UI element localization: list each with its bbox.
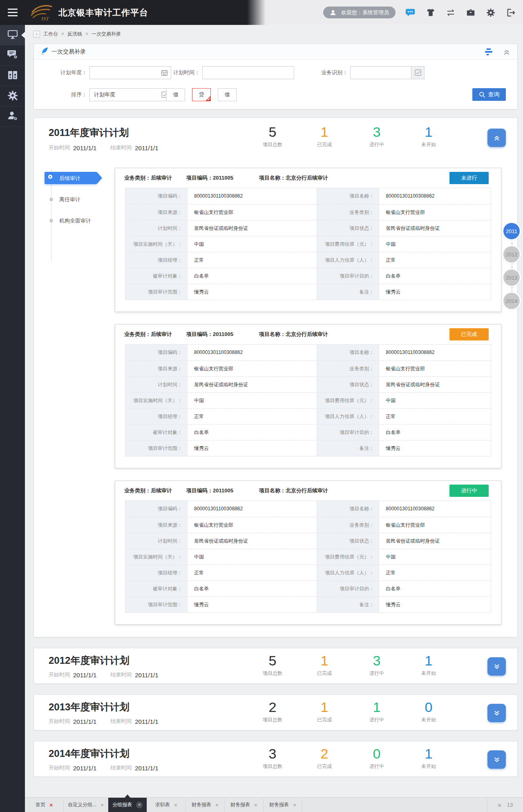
sidebar-item-archives[interactable] bbox=[0, 66, 25, 86]
close-icon[interactable]: × bbox=[215, 802, 219, 808]
expand-year-button[interactable] bbox=[487, 750, 506, 769]
tab-follow-up-audit[interactable]: 后续审计 bbox=[34, 168, 115, 189]
sort-input[interactable] bbox=[90, 89, 171, 101]
sidebar-item-user-admin[interactable] bbox=[0, 107, 25, 127]
stat-not-started-value: 1 bbox=[404, 652, 453, 669]
field-label: 项目状态： bbox=[317, 220, 379, 236]
tab-label: 求职表 bbox=[155, 801, 170, 808]
message-icon[interactable] bbox=[406, 8, 416, 18]
search-icon bbox=[479, 91, 485, 98]
tab-finance-report-2[interactable]: 财务报表 × bbox=[225, 798, 264, 812]
sort-bars-icon[interactable] bbox=[485, 48, 493, 56]
table-row: 项目来源： 银雀山支行营业部 业务类别： 银雀山支行营业部 bbox=[125, 360, 491, 376]
table-row: 项目实施时间（天）： 中国 项目费用估算（元）： 中国 bbox=[125, 549, 491, 565]
stat-in-progress-value: 3 bbox=[352, 652, 401, 669]
tab-home[interactable]: 首页 × bbox=[25, 798, 64, 812]
checkbox-addon-button[interactable] bbox=[411, 66, 425, 79]
field-label: 项目状态： bbox=[317, 533, 379, 549]
tab-job-table[interactable]: 求职表 × bbox=[147, 798, 186, 812]
close-icon[interactable]: × bbox=[101, 802, 104, 808]
close-icon[interactable]: × bbox=[174, 802, 177, 808]
table-row: 项目来源： 银雀山支行营业部 业务类别： 银雀山支行营业部 bbox=[125, 204, 491, 220]
table-row: 被审计对象： 白名单 项目审计目的： 白名单 bbox=[125, 424, 491, 440]
stat-done-label: 已完成 bbox=[300, 670, 349, 677]
field-label: 业务类别： bbox=[317, 361, 379, 376]
menu-icon[interactable] bbox=[0, 0, 25, 25]
timeline-node-2011[interactable]: 2011 bbox=[503, 223, 520, 239]
field-label: 项目人力估算（人）： bbox=[317, 409, 379, 424]
tab-finance-report-3[interactable]: 财务报表 × bbox=[264, 798, 302, 812]
sidebar-item-message-config[interactable] bbox=[0, 45, 25, 66]
feather-icon bbox=[40, 47, 48, 56]
table-row: 项目编码： 800001301100308862 项目名称： 800001301… bbox=[125, 501, 491, 517]
project-card-list: 业务类别：后续审计 项目编码：2011005 项目名称：北京分行后续审计 未进行… bbox=[115, 168, 501, 625]
field-value: 居民省份证或临时身份证 bbox=[188, 377, 317, 392]
theme-shirt-icon[interactable] bbox=[426, 8, 436, 18]
calendar-icon[interactable] bbox=[161, 69, 168, 78]
close-icon[interactable]: × bbox=[49, 802, 53, 808]
field-value: 白名单 bbox=[379, 425, 491, 440]
collapse-panel-icon[interactable] bbox=[503, 48, 511, 56]
stat-not-started-label: 未开始 bbox=[404, 763, 453, 770]
stat-total-value: 5 bbox=[248, 652, 297, 669]
tab-bullet bbox=[49, 219, 53, 222]
user-welcome[interactable]: 欢迎您：系统管理员 bbox=[323, 7, 396, 18]
stat-total-label: 项目总数 bbox=[248, 763, 297, 770]
tab-custom-group[interactable]: 自定义分组... × bbox=[64, 798, 108, 812]
sidebar-item-system-tools[interactable] bbox=[0, 86, 25, 107]
briefcase-icon[interactable] bbox=[466, 8, 476, 18]
stat-in-progress-label: 进行中 bbox=[352, 763, 401, 770]
debit-button-2[interactable]: 借 bbox=[218, 88, 237, 101]
logout-icon[interactable] bbox=[506, 8, 516, 18]
header-toolbar: 欢迎您：系统管理员 bbox=[323, 0, 523, 25]
field-label: 项目来源： bbox=[125, 205, 188, 220]
business-id-input[interactable] bbox=[351, 67, 411, 79]
gear-wrench-icon bbox=[7, 90, 18, 102]
timeline-node-2014[interactable]: 2014 bbox=[503, 293, 520, 309]
plan-time-input[interactable] bbox=[203, 67, 294, 79]
close-icon[interactable]: × bbox=[293, 802, 296, 808]
table-row: 项目审计范围： 懂秀云 备注： 懂秀云 bbox=[125, 596, 491, 612]
tab-label: 离任审计 bbox=[59, 196, 80, 203]
tab-full-org-audit[interactable]: 机构全面审计 bbox=[34, 210, 115, 231]
stat-not-started-value: 1 bbox=[404, 124, 453, 140]
sidebar-item-workbench[interactable] bbox=[0, 25, 25, 45]
expand-year-button[interactable] bbox=[487, 704, 506, 722]
project-detail-table: 项目编码： 800001301100308862 项目名称： 800001301… bbox=[125, 501, 491, 613]
collapse-year-button[interactable] bbox=[487, 129, 506, 147]
tab-label: 首页 bbox=[36, 801, 45, 808]
search-button[interactable]: 查询 bbox=[472, 88, 506, 101]
tab-finance-report-1[interactable]: 财务报表 × bbox=[186, 798, 225, 812]
table-row: 项目经理： 正常 项目人力估算（人）： 正常 bbox=[125, 252, 491, 268]
plan-year-input[interactable] bbox=[90, 67, 171, 79]
field-label: 项目审计范围： bbox=[125, 597, 188, 612]
more-tabs-icon[interactable]: » bbox=[498, 801, 501, 809]
switch-icon[interactable] bbox=[446, 8, 456, 18]
debit-button-1[interactable]: 借 bbox=[166, 88, 185, 101]
timeline-node-2012[interactable]: 2012 bbox=[503, 246, 520, 263]
tab-departure-audit[interactable]: 离任审计 bbox=[34, 189, 115, 210]
close-icon[interactable]: × bbox=[254, 802, 257, 808]
settings-gear-icon[interactable] bbox=[486, 8, 496, 18]
project-card-in-progress: 业务类别：后续审计 项目编码：2011005 项目名称：北京分行后续审计 进行中… bbox=[115, 481, 501, 625]
field-value: 居民省份证或临时身份证 bbox=[188, 533, 317, 549]
end-time-label: 结束时间 bbox=[110, 144, 132, 151]
tab-label: 分组报表 bbox=[112, 801, 132, 808]
breadcrumb-separator: > bbox=[61, 31, 64, 37]
stat-done-label: 已完成 bbox=[300, 716, 349, 723]
field-value: 800001301100308862 bbox=[379, 345, 491, 360]
breadcrumb-item-aml[interactable]: 反洗钱 bbox=[67, 31, 82, 38]
field-label: 备注： bbox=[317, 284, 379, 300]
credit-button[interactable]: 贷 bbox=[192, 88, 211, 101]
tab-group-report[interactable]: 分组报表 × bbox=[108, 798, 147, 812]
field-value: 800001301100308862 bbox=[188, 501, 317, 517]
search-button-label: 查询 bbox=[488, 91, 500, 98]
field-value: 懂秀云 bbox=[379, 440, 491, 456]
breadcrumb-item-workbench[interactable]: 工作台 bbox=[43, 31, 58, 38]
expand-year-button[interactable] bbox=[487, 657, 506, 676]
app-title: 北京银丰审计工作平台 bbox=[58, 7, 148, 18]
close-icon[interactable]: × bbox=[136, 802, 143, 808]
field-label: 项目费用估算（元）： bbox=[317, 393, 379, 408]
timeline-node-2013[interactable]: 2013 bbox=[503, 269, 520, 286]
stat-done-value: 2 bbox=[300, 745, 349, 762]
